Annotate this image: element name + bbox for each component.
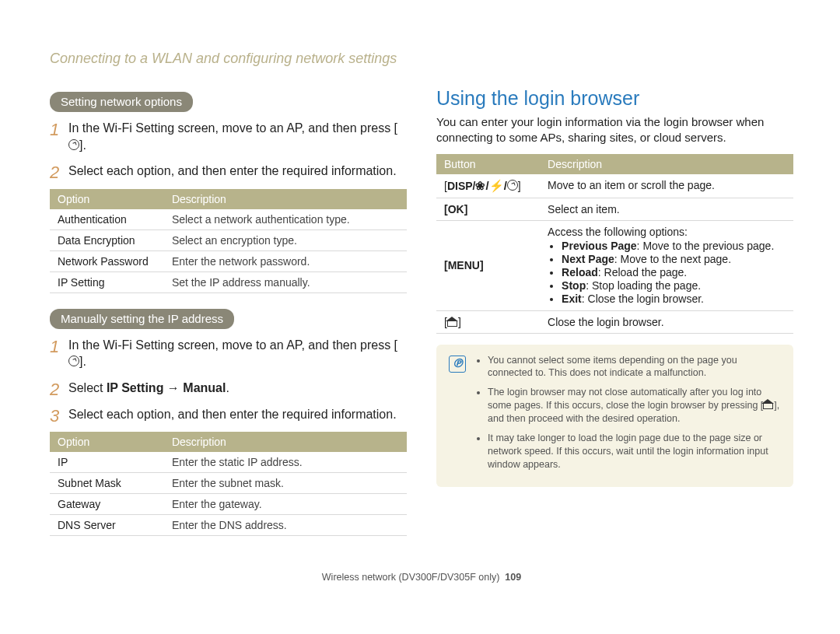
bracket-close: ]	[518, 180, 521, 192]
cell-option: IP	[50, 452, 164, 473]
buttons-table: Button Description [DISP/❀/⚡/] Move to a…	[436, 154, 793, 334]
button-label: DISP/	[447, 180, 476, 192]
options-table-network: Option Description AuthenticationSelect …	[50, 189, 407, 293]
button-label: [MENU]	[444, 259, 484, 271]
step-item: In the Wi-Fi Setting screen, move to an …	[50, 337, 407, 370]
page-footer: Wireless network (DV300F/DV305F only) 10…	[50, 572, 793, 583]
col-button: Button	[436, 154, 540, 174]
table-row: [DISP/❀/⚡/] Move to an item or scroll th…	[436, 174, 793, 198]
table-row: AuthenticationSelect a network authentic…	[50, 209, 407, 230]
menu-options-list: Previous Page: Move to the previous page…	[548, 240, 786, 305]
bullet-bold: Stop	[562, 279, 586, 292]
bullet-text: : Close the login browser.	[582, 292, 704, 305]
cell-desc: Select a network authentication type.	[164, 209, 407, 230]
step-bold: IP Setting	[107, 381, 164, 394]
bullet-bold: Next Page	[562, 253, 614, 265]
cell-desc: Close the login browser.	[540, 310, 793, 333]
cell-desc: Enter the static IP address.	[164, 452, 407, 473]
steps-manual-ip: In the Wi-Fi Setting screen, move to an …	[50, 337, 407, 422]
manual-page: Connecting to a WLAN and configuring net…	[0, 0, 840, 606]
note-glyph-icon: ℗	[449, 356, 466, 373]
cell-desc: Enter the subnet mask.	[164, 473, 407, 494]
timer-icon	[68, 356, 79, 366]
right-column: Using the login browser You can enter yo…	[436, 90, 793, 550]
steps-network-options: In the Wi-Fi Setting screen, move to an …	[50, 120, 407, 180]
cell-desc: Enter the gateway.	[164, 494, 407, 515]
cell-option: Data Encryption	[50, 229, 164, 250]
step-item: Select each option, and then enter the r…	[50, 163, 407, 180]
options-table-ip: Option Description IPEnter the static IP…	[50, 432, 407, 536]
list-item: It may take longer to load the login pag…	[488, 432, 781, 471]
note-text: The login browser may not close automati…	[488, 387, 763, 411]
note-icon: ℗	[449, 356, 466, 478]
step-item: Select each option, and then enter the r…	[50, 406, 407, 423]
page-number: 109	[505, 572, 521, 583]
cell-button: [OK]	[436, 198, 540, 220]
table-row: [MENU] Access the following options: Pre…	[436, 220, 793, 310]
table-row: GatewayEnter the gateway.	[50, 494, 407, 515]
list-item: The login browser may not close automati…	[488, 386, 781, 426]
macro-flash-timer-icons: ❀/⚡/	[475, 179, 506, 193]
table-row: Subnet MaskEnter the subnet mask.	[50, 473, 407, 494]
cell-option: IP Setting	[50, 271, 164, 292]
step-text: Select	[68, 381, 107, 394]
cell-option: Gateway	[50, 494, 164, 515]
step-arrow: →	[163, 381, 183, 394]
list-item: Next Page: Move to the next page.	[562, 253, 786, 265]
bullet-text: : Move to the previous page.	[637, 240, 775, 252]
section-heading-network-options: Setting network options	[50, 92, 193, 112]
home-icon	[763, 401, 774, 409]
table-row: [OK] Select an item.	[436, 198, 793, 220]
table-row: IPEnter the static IP address.	[50, 452, 407, 473]
step-text: In the Wi-Fi Setting screen, move to an …	[68, 121, 397, 135]
cell-option: Authentication	[50, 209, 164, 230]
section-heading-manual-ip: Manually setting the IP address	[50, 309, 234, 329]
cell-option: Network Password	[50, 250, 164, 271]
bullet-text: : Move to the next page.	[614, 253, 731, 265]
intro-paragraph: You can enter your login information via…	[436, 114, 793, 146]
step-item: Select IP Setting → Manual.	[50, 380, 407, 397]
table-row: [] Close the login browser.	[436, 310, 793, 333]
cell-desc: Access the following options: Previous P…	[540, 220, 793, 310]
step-text: ].	[79, 355, 86, 368]
bullet-bold: Reload	[562, 266, 598, 278]
cell-desc: Enter the DNS address.	[164, 515, 407, 536]
list-item: Exit: Close the login browser.	[562, 292, 786, 305]
list-item: You cannot select some items depending o…	[488, 354, 781, 380]
left-column: Setting network options In the Wi-Fi Set…	[50, 90, 407, 550]
step-text: .	[226, 381, 229, 394]
breadcrumb: Connecting to a WLAN and configuring net…	[50, 51, 793, 67]
button-label: [OK]	[444, 203, 467, 215]
bullet-bold: Exit	[562, 292, 582, 305]
lead-text: Access the following options:	[548, 226, 688, 238]
cell-desc: Select an item.	[540, 198, 793, 220]
cell-button: [MENU]	[436, 220, 540, 310]
cell-desc: Move to an item or scroll the page.	[540, 174, 793, 198]
cell-button: [DISP/❀/⚡/]	[436, 174, 540, 198]
home-icon	[447, 319, 458, 327]
bullet-text: : Reload the page.	[598, 266, 687, 278]
step-text: ].	[79, 138, 86, 152]
cell-desc: Enter the network password.	[164, 250, 407, 271]
list-item: Previous Page: Move to the previous page…	[562, 240, 786, 252]
col-description: Description	[164, 189, 407, 209]
step-bold: Manual	[183, 381, 226, 394]
list-item: Reload: Reload the page.	[562, 266, 786, 278]
timer-icon	[68, 139, 79, 150]
col-description: Description	[540, 154, 793, 174]
col-option: Option	[50, 432, 164, 452]
table-row: Data EncryptionSelect an encryption type…	[50, 229, 407, 250]
note-list: You cannot select some items depending o…	[475, 354, 781, 478]
table-row: DNS ServerEnter the DNS address.	[50, 515, 407, 536]
col-option: Option	[50, 189, 164, 209]
footer-label: Wireless network (DV300F/DV305F only)	[322, 572, 500, 583]
table-row: IP SettingSet the IP address manually.	[50, 271, 407, 292]
cell-option: DNS Server	[50, 515, 164, 536]
list-item: Stop: Stop loading the page.	[562, 279, 786, 292]
section-title-login-browser: Using the login browser	[436, 87, 793, 110]
cell-desc: Select an encryption type.	[164, 229, 407, 250]
bullet-bold: Previous Page	[562, 240, 637, 252]
bullet-text: : Stop loading the page.	[586, 279, 701, 292]
cell-option: Subnet Mask	[50, 473, 164, 494]
step-text: In the Wi-Fi Setting screen, move to an …	[68, 338, 397, 352]
